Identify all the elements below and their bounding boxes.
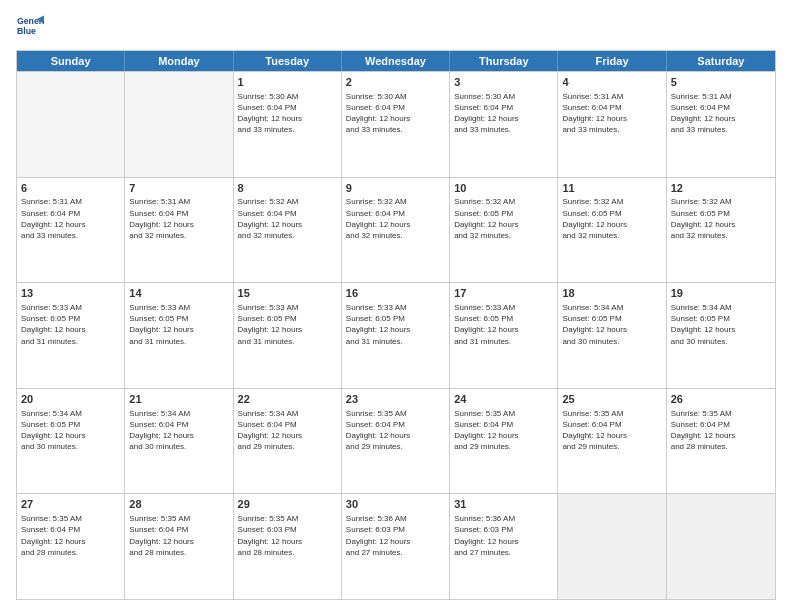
calendar-cell: 28Sunrise: 5:35 AM Sunset: 6:04 PM Dayli…: [125, 494, 233, 599]
day-number: 31: [454, 497, 553, 512]
calendar-cell: 30Sunrise: 5:36 AM Sunset: 6:03 PM Dayli…: [342, 494, 450, 599]
calendar-cell: 23Sunrise: 5:35 AM Sunset: 6:04 PM Dayli…: [342, 389, 450, 494]
day-number: 20: [21, 392, 120, 407]
logo: General Blue: [16, 12, 47, 40]
day-number: 21: [129, 392, 228, 407]
day-number: 22: [238, 392, 337, 407]
cell-info: Sunrise: 5:35 AM Sunset: 6:04 PM Dayligh…: [129, 513, 228, 558]
cell-info: Sunrise: 5:32 AM Sunset: 6:04 PM Dayligh…: [238, 196, 337, 241]
day-number: 27: [21, 497, 120, 512]
calendar-cell: 2Sunrise: 5:30 AM Sunset: 6:04 PM Daylig…: [342, 72, 450, 177]
calendar-row: 6Sunrise: 5:31 AM Sunset: 6:04 PM Daylig…: [17, 177, 775, 283]
calendar-cell: 17Sunrise: 5:33 AM Sunset: 6:05 PM Dayli…: [450, 283, 558, 388]
day-number: 24: [454, 392, 553, 407]
cell-info: Sunrise: 5:35 AM Sunset: 6:04 PM Dayligh…: [671, 408, 771, 453]
day-number: 29: [238, 497, 337, 512]
calendar-row: 27Sunrise: 5:35 AM Sunset: 6:04 PM Dayli…: [17, 493, 775, 599]
cell-info: Sunrise: 5:33 AM Sunset: 6:05 PM Dayligh…: [454, 302, 553, 347]
day-number: 5: [671, 75, 771, 90]
day-number: 30: [346, 497, 445, 512]
calendar-cell: 31Sunrise: 5:36 AM Sunset: 6:03 PM Dayli…: [450, 494, 558, 599]
cell-info: Sunrise: 5:35 AM Sunset: 6:04 PM Dayligh…: [346, 408, 445, 453]
calendar-cell: [125, 72, 233, 177]
calendar-cell: 29Sunrise: 5:35 AM Sunset: 6:03 PM Dayli…: [234, 494, 342, 599]
day-number: 2: [346, 75, 445, 90]
calendar-cell: 26Sunrise: 5:35 AM Sunset: 6:04 PM Dayli…: [667, 389, 775, 494]
calendar-cell: 11Sunrise: 5:32 AM Sunset: 6:05 PM Dayli…: [558, 178, 666, 283]
weekday-header: Friday: [558, 51, 666, 71]
weekday-header: Tuesday: [234, 51, 342, 71]
calendar-cell: 6Sunrise: 5:31 AM Sunset: 6:04 PM Daylig…: [17, 178, 125, 283]
day-number: 28: [129, 497, 228, 512]
cell-info: Sunrise: 5:34 AM Sunset: 6:05 PM Dayligh…: [21, 408, 120, 453]
day-number: 17: [454, 286, 553, 301]
logo-icon: General Blue: [16, 12, 44, 40]
cell-info: Sunrise: 5:35 AM Sunset: 6:04 PM Dayligh…: [562, 408, 661, 453]
calendar-cell: 13Sunrise: 5:33 AM Sunset: 6:05 PM Dayli…: [17, 283, 125, 388]
day-number: 1: [238, 75, 337, 90]
weekday-header: Sunday: [17, 51, 125, 71]
cell-info: Sunrise: 5:35 AM Sunset: 6:04 PM Dayligh…: [454, 408, 553, 453]
day-number: 15: [238, 286, 337, 301]
day-number: 23: [346, 392, 445, 407]
day-number: 25: [562, 392, 661, 407]
calendar-header: SundayMondayTuesdayWednesdayThursdayFrid…: [17, 51, 775, 71]
calendar-body: 1Sunrise: 5:30 AM Sunset: 6:04 PM Daylig…: [17, 71, 775, 599]
cell-info: Sunrise: 5:34 AM Sunset: 6:04 PM Dayligh…: [238, 408, 337, 453]
cell-info: Sunrise: 5:34 AM Sunset: 6:05 PM Dayligh…: [562, 302, 661, 347]
day-number: 4: [562, 75, 661, 90]
calendar-cell: 24Sunrise: 5:35 AM Sunset: 6:04 PM Dayli…: [450, 389, 558, 494]
calendar: SundayMondayTuesdayWednesdayThursdayFrid…: [16, 50, 776, 600]
day-number: 8: [238, 181, 337, 196]
cell-info: Sunrise: 5:30 AM Sunset: 6:04 PM Dayligh…: [346, 91, 445, 136]
cell-info: Sunrise: 5:35 AM Sunset: 6:03 PM Dayligh…: [238, 513, 337, 558]
cell-info: Sunrise: 5:36 AM Sunset: 6:03 PM Dayligh…: [346, 513, 445, 558]
calendar-cell: 14Sunrise: 5:33 AM Sunset: 6:05 PM Dayli…: [125, 283, 233, 388]
cell-info: Sunrise: 5:33 AM Sunset: 6:05 PM Dayligh…: [21, 302, 120, 347]
svg-text:Blue: Blue: [17, 26, 36, 36]
calendar-cell: 22Sunrise: 5:34 AM Sunset: 6:04 PM Dayli…: [234, 389, 342, 494]
cell-info: Sunrise: 5:32 AM Sunset: 6:04 PM Dayligh…: [346, 196, 445, 241]
calendar-cell: 5Sunrise: 5:31 AM Sunset: 6:04 PM Daylig…: [667, 72, 775, 177]
calendar-cell: 9Sunrise: 5:32 AM Sunset: 6:04 PM Daylig…: [342, 178, 450, 283]
calendar-cell: 25Sunrise: 5:35 AM Sunset: 6:04 PM Dayli…: [558, 389, 666, 494]
day-number: 7: [129, 181, 228, 196]
cell-info: Sunrise: 5:31 AM Sunset: 6:04 PM Dayligh…: [21, 196, 120, 241]
calendar-cell: 15Sunrise: 5:33 AM Sunset: 6:05 PM Dayli…: [234, 283, 342, 388]
cell-info: Sunrise: 5:33 AM Sunset: 6:05 PM Dayligh…: [238, 302, 337, 347]
day-number: 10: [454, 181, 553, 196]
cell-info: Sunrise: 5:34 AM Sunset: 6:05 PM Dayligh…: [671, 302, 771, 347]
weekday-header: Thursday: [450, 51, 558, 71]
cell-info: Sunrise: 5:31 AM Sunset: 6:04 PM Dayligh…: [129, 196, 228, 241]
cell-info: Sunrise: 5:36 AM Sunset: 6:03 PM Dayligh…: [454, 513, 553, 558]
day-number: 26: [671, 392, 771, 407]
calendar-cell: 27Sunrise: 5:35 AM Sunset: 6:04 PM Dayli…: [17, 494, 125, 599]
calendar-cell: 7Sunrise: 5:31 AM Sunset: 6:04 PM Daylig…: [125, 178, 233, 283]
day-number: 6: [21, 181, 120, 196]
day-number: 3: [454, 75, 553, 90]
calendar-cell: 16Sunrise: 5:33 AM Sunset: 6:05 PM Dayli…: [342, 283, 450, 388]
page: General Blue SundayMondayTuesdayWednesda…: [0, 0, 792, 612]
calendar-cell: 8Sunrise: 5:32 AM Sunset: 6:04 PM Daylig…: [234, 178, 342, 283]
day-number: 11: [562, 181, 661, 196]
cell-info: Sunrise: 5:30 AM Sunset: 6:04 PM Dayligh…: [238, 91, 337, 136]
cell-info: Sunrise: 5:31 AM Sunset: 6:04 PM Dayligh…: [671, 91, 771, 136]
calendar-cell: 1Sunrise: 5:30 AM Sunset: 6:04 PM Daylig…: [234, 72, 342, 177]
calendar-row: 13Sunrise: 5:33 AM Sunset: 6:05 PM Dayli…: [17, 282, 775, 388]
weekday-header: Wednesday: [342, 51, 450, 71]
header: General Blue: [16, 12, 776, 40]
cell-info: Sunrise: 5:34 AM Sunset: 6:04 PM Dayligh…: [129, 408, 228, 453]
calendar-cell: 18Sunrise: 5:34 AM Sunset: 6:05 PM Dayli…: [558, 283, 666, 388]
day-number: 18: [562, 286, 661, 301]
day-number: 19: [671, 286, 771, 301]
day-number: 16: [346, 286, 445, 301]
cell-info: Sunrise: 5:32 AM Sunset: 6:05 PM Dayligh…: [562, 196, 661, 241]
calendar-cell: 12Sunrise: 5:32 AM Sunset: 6:05 PM Dayli…: [667, 178, 775, 283]
day-number: 12: [671, 181, 771, 196]
calendar-cell: 3Sunrise: 5:30 AM Sunset: 6:04 PM Daylig…: [450, 72, 558, 177]
calendar-cell: 21Sunrise: 5:34 AM Sunset: 6:04 PM Dayli…: [125, 389, 233, 494]
calendar-cell: [667, 494, 775, 599]
day-number: 9: [346, 181, 445, 196]
weekday-header: Monday: [125, 51, 233, 71]
calendar-cell: 4Sunrise: 5:31 AM Sunset: 6:04 PM Daylig…: [558, 72, 666, 177]
